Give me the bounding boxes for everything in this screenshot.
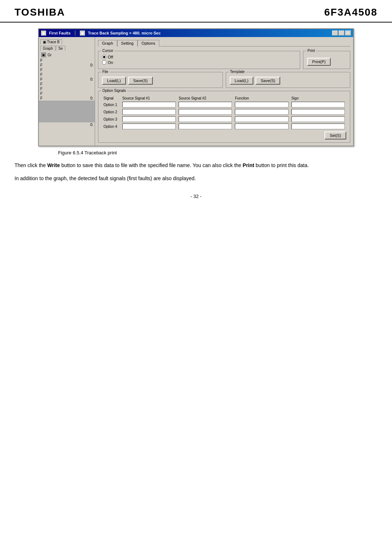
option1-sign-input[interactable] (291, 102, 345, 108)
template-group: Template Load(L) Save(S) (226, 72, 351, 88)
option2-source1-input[interactable] (122, 109, 176, 115)
option2-function-cell (233, 108, 290, 116)
option1-sign-cell (290, 101, 346, 108)
sidebar-row-5: F 0: (39, 77, 95, 82)
sidebar-graph-tab[interactable]: Graph (40, 46, 56, 51)
sidebar-num-2: 0: (90, 77, 93, 81)
close-button[interactable]: × (345, 31, 351, 36)
option3-function-cell (233, 116, 290, 123)
table-row: Option 3 (102, 116, 346, 123)
sidebar-f5: F (40, 77, 42, 81)
first-faults-tab-label[interactable]: First Faults (49, 31, 70, 35)
option2-function-input[interactable] (235, 109, 288, 115)
option1-function-cell (233, 101, 290, 108)
print-group: Print Print(P) (303, 51, 350, 69)
sidebar-tab-row: ▣ Trace B (39, 39, 95, 45)
radio-off-button[interactable] (102, 55, 106, 59)
file-save-button[interactable]: Save(S) (128, 77, 153, 85)
file-load-button[interactable]: Load(L) (102, 77, 126, 85)
option1-source1-input[interactable] (122, 102, 176, 108)
print-group-inner: Print(P) (307, 58, 346, 66)
option1-source2-input[interactable] (179, 102, 232, 108)
sidebar-row-6: F (39, 82, 95, 86)
file-group-title: File (101, 70, 109, 74)
body-paragraph-1: Then click the Write button to save this… (15, 161, 377, 169)
model-number: 6F3A4508 (324, 7, 377, 18)
sidebar-gray-area (39, 101, 95, 122)
radio-on-label: On (108, 60, 113, 65)
sidebar-row-2: F 0: (39, 63, 95, 68)
tab-setting[interactable]: Setting (117, 40, 138, 46)
sidebar-row-10: 0: (39, 122, 95, 127)
sidebar-f7: F (40, 87, 42, 91)
left-sidebar: ▣ Trace B Graph Se ▣ Gr F (39, 37, 95, 146)
option2-sign-input[interactable] (291, 109, 345, 115)
option4-function-cell (233, 123, 290, 130)
sidebar-gr-label: Gr (48, 53, 52, 57)
print-button[interactable]: Print(P) (307, 58, 331, 66)
option2-source2-cell (177, 108, 233, 116)
radio-off-row: Off (102, 55, 296, 59)
sidebar-icon-row: ▣ Gr (39, 52, 95, 58)
sidebar-row-7: F (39, 86, 95, 91)
option2-sign-cell (290, 108, 346, 116)
col-sign: Sign (290, 96, 346, 101)
option4-function-input[interactable] (235, 123, 288, 129)
title-separator (75, 31, 75, 36)
sidebar-f3: F (40, 68, 42, 72)
template-load-button[interactable]: Load(L) (230, 77, 254, 85)
options-panel: Graph Setting Options Cursor Off (95, 37, 353, 146)
template-save-button[interactable]: Save(S) (256, 77, 280, 85)
option3-function-input[interactable] (235, 116, 288, 122)
option4-source1-input[interactable] (122, 123, 176, 129)
print-group-title: Print (306, 49, 316, 53)
sidebar-f2: F (40, 63, 42, 67)
title-bar: ▣ First Faults ▣ Trace Back Sampling = 4… (39, 29, 353, 37)
trace-b-icon: ▣ (43, 40, 46, 44)
sidebar-tab-trace-b[interactable]: ▣ Trace B (40, 39, 62, 44)
option1-source1-cell (121, 101, 177, 108)
sidebar-num-4: 0: (90, 123, 93, 127)
template-btn-row: Load(L) Save(S) (230, 77, 347, 85)
table-row: Option 4 (102, 123, 346, 130)
col-source2: Source Signal #2 (177, 96, 233, 101)
content-area: ▣ First Faults ▣ Trace Back Sampling = 4… (0, 28, 392, 199)
table-row: Option 1 (102, 101, 346, 108)
set-button[interactable]: Set(S) (324, 131, 346, 139)
template-group-title: Template (229, 70, 246, 74)
option3-label: Option 3 (102, 116, 121, 123)
file-template-row: File Load(L) Save(S) Template Load(L) Sa… (98, 72, 350, 88)
window-controls: _ □ × (332, 31, 351, 36)
sidebar-row-3: F (39, 68, 95, 72)
option4-source1-cell (121, 123, 177, 130)
col-source1: Source Signal #1 (121, 96, 177, 101)
sidebar-f9: F (40, 96, 42, 100)
option1-function-input[interactable] (235, 102, 288, 108)
option3-sign-input[interactable] (291, 116, 345, 122)
option2-label: Option 2 (102, 108, 121, 116)
option4-source2-input[interactable] (179, 123, 232, 129)
signals-table: Signal Source Signal #1 Source Signal #2… (102, 96, 346, 130)
option3-source2-input[interactable] (179, 116, 232, 122)
radio-on-button[interactable] (102, 60, 106, 65)
tab-graph[interactable]: Graph (98, 40, 117, 46)
option2-source2-input[interactable] (179, 109, 232, 115)
restore-button[interactable]: □ (339, 31, 344, 36)
option4-label: Option 4 (102, 123, 121, 130)
tab-options[interactable]: Options (138, 40, 159, 46)
sidebar-f4: F (40, 73, 42, 77)
radio-on-row: On (102, 60, 296, 65)
option4-source2-cell (177, 123, 233, 130)
sidebar-num-3: 0: (90, 96, 93, 100)
sidebar-num-1: 0: (90, 63, 93, 67)
option4-sign-cell (290, 123, 346, 130)
minimize-button[interactable]: _ (332, 31, 338, 36)
sidebar-f1: F (40, 58, 42, 62)
sidebar-se-tab[interactable]: Se (56, 46, 65, 51)
option3-source1-input[interactable] (122, 116, 176, 122)
sidebar-doc-icon: ▣ (41, 52, 46, 57)
option4-sign-input[interactable] (291, 123, 345, 129)
table-row: Option 2 (102, 108, 346, 116)
options-tab-row: Graph Setting Options (98, 40, 350, 46)
sidebar-f6: F (40, 82, 42, 86)
